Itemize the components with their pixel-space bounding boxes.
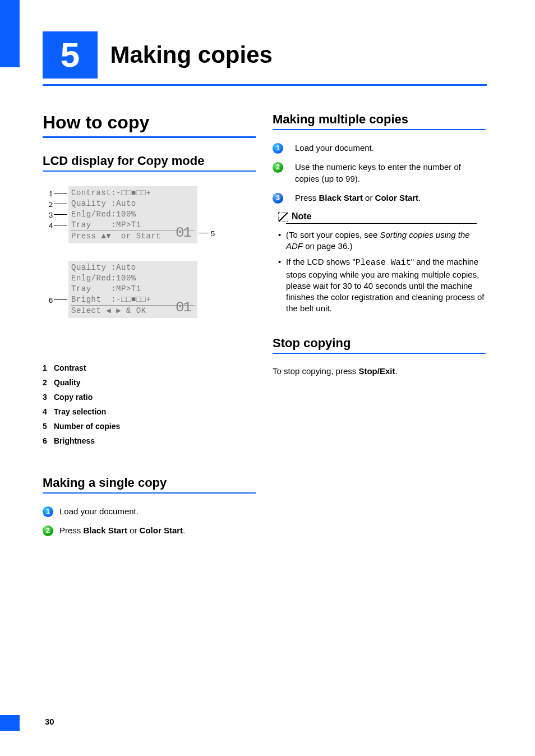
step-text: Use the numeric keys to enter the number… (295, 162, 461, 183)
legend-item: 5Number of copies (43, 422, 256, 431)
step-bullet-1: 1 (43, 506, 53, 517)
lcd-row: Quality :Auto (71, 199, 195, 209)
lcd-row: Quality :Auto (71, 262, 195, 273)
lcd-counter-1: 01 (176, 224, 191, 241)
page-number-tab (0, 715, 20, 731)
legend-item: 3Copy ratio (43, 393, 256, 402)
lcd-counter-2: 01 (176, 299, 191, 316)
chapter-rule (43, 84, 487, 86)
legend: 1Contrast 2Quality 3Copy ratio 4Tray sel… (43, 363, 256, 445)
step-1: 1 Load your document. (43, 506, 256, 517)
step-bullet-2: 2 (43, 525, 53, 536)
subheading-single-copy: Making a single copy (43, 476, 256, 490)
step-text: Load your document. (295, 143, 374, 153)
lcd-row: Contrast:-□□■□□+ (71, 188, 195, 199)
callout-1: 1 (49, 190, 53, 198)
h2-rule (273, 353, 486, 354)
callout-line (54, 214, 67, 215)
callout-4: 4 (49, 222, 53, 230)
step-text: Press Black Start or Color Start. (295, 193, 421, 202)
chapter-number: 5 (43, 31, 98, 79)
h2-rule (43, 170, 256, 172)
step-2: 2 Use the numeric keys to enter the numb… (273, 162, 486, 185)
callout-line (199, 233, 209, 233)
side-tab (0, 0, 20, 67)
page-number: 30 (45, 717, 54, 726)
h2-rule (43, 492, 256, 494)
step-text: Press Black Start or Color Start. (59, 525, 185, 535)
lcd-row: Enlg/Red:100% (71, 273, 195, 284)
section-heading-how-to-copy: How to copy (43, 112, 256, 133)
callout-3: 3 (49, 211, 53, 219)
chapter-title: Making copies (110, 31, 272, 79)
lcd-row: Enlg/Red:100% (71, 209, 195, 220)
note-body: (To sort your copies, see Sorting copies… (273, 229, 486, 315)
legend-item: 2Quality (43, 378, 256, 387)
lcd-row: Tray :MP>T1 (71, 284, 195, 294)
step-1: 1 Load your document. (273, 142, 486, 154)
callout-line (54, 193, 67, 193)
callout-line (54, 299, 67, 300)
legend-item: 1Contrast (43, 363, 256, 372)
subheading-stop-copying: Stop copying (273, 336, 486, 351)
step-3: 3 Press Black Start or Color Start. (273, 192, 486, 204)
callout-line (54, 225, 67, 225)
lcd-diagram: 1 2 3 4 Contrast:-□□■□□+ Quality :Auto E… (43, 184, 256, 347)
step-bullet-1: 1 (273, 143, 283, 154)
legend-item: 4Tray selection (43, 407, 256, 416)
h2-rule (273, 129, 486, 130)
note-item: (To sort your copies, see Sorting copies… (278, 229, 486, 252)
note-item: If the LCD shows "Please Wait" and the m… (278, 256, 486, 314)
callout-line (54, 204, 67, 204)
stop-body: To stop copying, press Stop/Exit. (273, 366, 486, 376)
step-bullet-2: 2 (273, 162, 283, 173)
step-bullet-3: 3 (273, 193, 283, 204)
step-2: 2 Press Black Start or Color Start. (43, 525, 256, 536)
legend-item: 6Brightness (43, 436, 256, 445)
callout-5: 5 (211, 229, 215, 238)
h1-rule (43, 136, 256, 138)
subheading-lcd-display: LCD display for Copy mode (43, 154, 256, 168)
callout-2: 2 (49, 200, 53, 209)
note-rule (286, 223, 477, 224)
subheading-multiple-copies: Making multiple copies (273, 112, 486, 127)
step-text: Load your document. (59, 506, 139, 516)
callout-6: 6 (49, 296, 53, 305)
note-heading: Note (278, 211, 486, 222)
